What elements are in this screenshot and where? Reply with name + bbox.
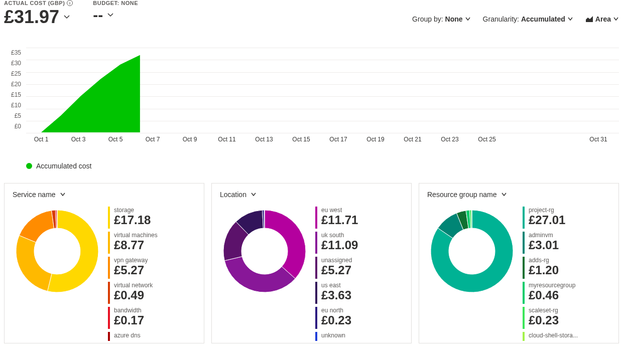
x-tick: Oct 5 <box>108 136 123 143</box>
chevron-down-icon <box>251 192 257 198</box>
donut-slice[interactable] <box>224 257 295 292</box>
breakdown-value: £3.01 <box>529 239 559 252</box>
breakdown-value: £17.18 <box>114 214 151 227</box>
card-title-selector[interactable]: Service name <box>13 191 196 199</box>
breakdown-item[interactable]: storage£17.18 <box>108 207 196 229</box>
group-by-selector[interactable]: Group by: None <box>412 15 470 23</box>
chart-legend: Accumulated cost <box>26 162 619 170</box>
card-title-selector[interactable]: Location <box>220 191 403 199</box>
breakdown-value: £27.01 <box>529 214 565 227</box>
budget-block: BUDGET: NONE -- <box>93 0 138 24</box>
breakdown-label: bandwidth <box>114 307 144 314</box>
breakdown-label: vpn gateway <box>114 257 148 264</box>
x-tick: Oct 31 <box>589 136 607 143</box>
breakdown-item[interactable]: adds-rg£1.20 <box>523 257 610 279</box>
breakdown-label: eu north <box>321 307 351 314</box>
breakdown-value: £3.63 <box>321 289 351 302</box>
color-bar <box>315 232 317 254</box>
y-tick: £25 <box>4 69 21 79</box>
x-tick: Oct 7 <box>146 136 160 143</box>
card-title-selector[interactable]: Resource group name <box>427 191 610 199</box>
donut-slice[interactable] <box>471 210 472 228</box>
breakdown-label: scaleset-rg <box>529 307 559 314</box>
donut-slice[interactable] <box>264 210 265 228</box>
donut-slice[interactable] <box>19 211 54 243</box>
breakdown-item[interactable]: unassigned£5.27 <box>315 257 403 279</box>
breakdown-label: adds-rg <box>529 257 559 264</box>
chevron-down-icon <box>501 192 507 198</box>
donut-slice[interactable] <box>265 210 306 279</box>
legend-label: Accumulated cost <box>36 162 92 170</box>
color-bar <box>523 232 525 254</box>
x-tick: Oct 23 <box>441 136 458 143</box>
color-bar <box>108 307 110 329</box>
breakdown-label: virtual network <box>114 282 153 289</box>
info-icon[interactable]: i <box>67 0 73 6</box>
donut-chart <box>220 207 309 296</box>
breakdown-item[interactable]: cloud-shell-stora... <box>523 332 610 341</box>
breakdown-item[interactable]: myresourcegroup£0.46 <box>523 282 610 304</box>
breakdown-item[interactable]: eu west£11.71 <box>315 207 403 229</box>
breakdown-value: £5.27 <box>114 264 148 277</box>
color-bar <box>108 332 110 341</box>
group-by-value: None <box>445 15 463 23</box>
breakdown-value: £5.27 <box>321 264 352 277</box>
breakdown-label: uk south <box>321 232 358 239</box>
actual-cost-value: £31.97 <box>4 6 59 28</box>
color-bar <box>315 207 317 229</box>
breakdown-item[interactable]: vpn gateway£5.27 <box>108 257 196 279</box>
y-tick: £15 <box>4 90 21 100</box>
granularity-selector[interactable]: Granularity: Accumulated <box>483 15 573 23</box>
breakdown-item[interactable]: scaleset-rg£0.23 <box>523 307 610 329</box>
breakdown-value: £0.23 <box>321 314 351 327</box>
breakdown-item[interactable]: eu north£0.23 <box>315 307 403 329</box>
breakdown-value: £0.49 <box>114 289 153 302</box>
x-tick: Oct 11 <box>218 136 235 143</box>
breakdown-value: £11.09 <box>321 239 358 252</box>
chart-type-selector[interactable]: Area <box>585 15 619 23</box>
chevron-down-icon[interactable] <box>63 14 70 21</box>
budget-label: BUDGET: NONE <box>93 0 138 6</box>
x-tick: Oct 9 <box>183 136 197 143</box>
breakdown-item[interactable]: us east£3.63 <box>315 282 403 304</box>
breakdown-item[interactable]: uk south£11.09 <box>315 232 403 254</box>
breakdown-item[interactable]: adminvm£3.01 <box>523 232 610 254</box>
legend-swatch <box>26 163 32 169</box>
x-tick: Oct 17 <box>329 136 347 143</box>
color-bar <box>523 207 525 229</box>
breakdown-label: storage <box>114 207 151 214</box>
chevron-down-icon <box>567 16 573 22</box>
breakdown-item[interactable]: bandwidth£0.17 <box>108 307 196 329</box>
chevron-down-icon[interactable] <box>107 12 114 19</box>
breakdown-item[interactable]: project-rg£27.01 <box>523 207 610 229</box>
breakdown-item[interactable]: virtual network£0.49 <box>108 282 196 304</box>
y-tick: £20 <box>4 79 21 90</box>
breakdown-label: project-rg <box>529 207 565 214</box>
breakdown-value: £11.71 <box>321 214 358 227</box>
breakdown-item[interactable]: unknown <box>315 332 403 341</box>
donut-slice[interactable] <box>57 210 57 228</box>
color-bar <box>108 207 110 229</box>
color-bar <box>523 282 525 304</box>
donut-chart <box>13 207 102 296</box>
breakdown-label: cloud-shell-stora... <box>529 332 578 339</box>
card-title: Service name <box>13 191 56 199</box>
breakdown-label: virtual machines <box>114 232 158 239</box>
breakdown-label: unassigned <box>321 257 352 264</box>
breakdown-card: Resource group nameproject-rg£27.01admin… <box>419 183 619 343</box>
color-bar <box>523 307 525 329</box>
breakdown-item[interactable]: azure dns <box>108 332 196 341</box>
x-tick: Oct 19 <box>366 136 384 143</box>
x-tick: Oct 21 <box>404 136 421 143</box>
area-series <box>41 55 140 132</box>
cost-area-chart: £35£30£25£20£15£10£5£0 Oct 1Oct 3Oct 5Oc… <box>4 48 619 170</box>
chevron-down-icon <box>613 16 619 22</box>
y-tick: £10 <box>4 100 21 111</box>
color-bar <box>523 332 525 341</box>
breakdown-card: Service namestorage£17.18virtual machine… <box>4 183 204 343</box>
breakdown-label: unknown <box>321 332 345 339</box>
breakdown-item[interactable]: virtual machines£8.77 <box>108 232 196 254</box>
color-bar <box>108 257 110 279</box>
donut-slice[interactable] <box>16 236 52 291</box>
granularity-value: Accumulated <box>521 15 565 23</box>
